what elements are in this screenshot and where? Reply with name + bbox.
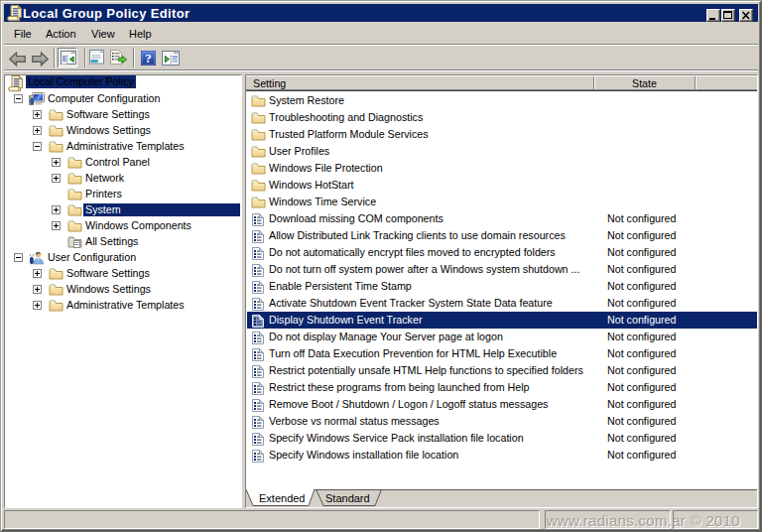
- svg-text:Standard: Standard: [325, 492, 370, 504]
- svg-text:Extended: Extended: [259, 492, 305, 504]
- svg-text:?: ?: [145, 51, 152, 66]
